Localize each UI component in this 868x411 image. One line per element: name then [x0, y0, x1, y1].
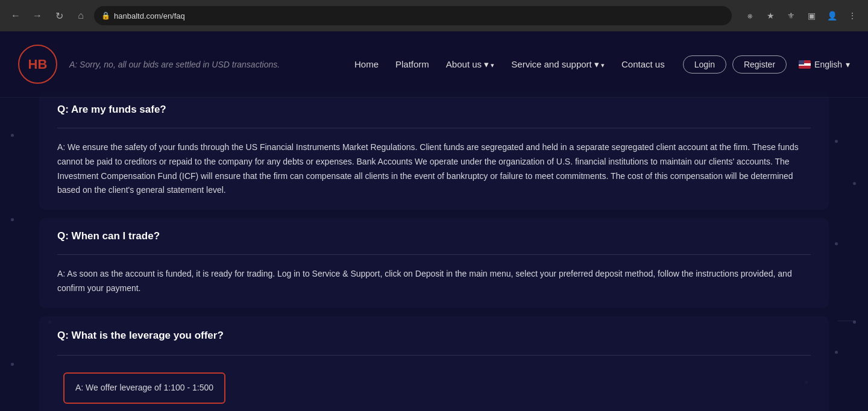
url-text: hanbaltd.com/en/faq	[114, 11, 185, 20]
nav-contact[interactable]: Contact us	[621, 59, 665, 69]
faq-question-3: Q: What is the leverage you offer?	[39, 316, 829, 355]
faq-container: Q: Are my funds safe? A: We ensure the s…	[0, 92, 868, 411]
scrolling-ticker: A: Sorry, no, all our bids are settled i…	[69, 60, 354, 69]
nav-about[interactable]: About us ▾	[446, 59, 494, 70]
faq-card-1: Q: Are my funds safe? A: We ensure the s…	[39, 92, 829, 210]
faq-card-3: Q: What is the leverage you offer? A: We…	[39, 316, 829, 411]
flag-icon	[799, 60, 811, 69]
logo-text: HB	[28, 57, 48, 72]
share-button[interactable]: ⎈	[741, 7, 758, 24]
window-button[interactable]: ▣	[803, 7, 820, 24]
navbar: HB A: Sorry, no, all our bids are settle…	[0, 31, 868, 98]
faq-answer-1: A: We ensure the safety of your funds th…	[39, 128, 829, 210]
address-bar[interactable]: 🔒 hanbaltd.com/en/faq	[94, 6, 732, 25]
faq-question-2: Q: When can I trade?	[39, 218, 829, 254]
nav-platform[interactable]: Platform	[395, 59, 429, 69]
logo[interactable]: HB	[18, 45, 57, 84]
lock-icon: 🔒	[101, 11, 110, 20]
bookmark-button[interactable]: ★	[762, 7, 779, 24]
back-button[interactable]: ←	[7, 7, 24, 24]
nav-service[interactable]: Service and support ▾	[511, 59, 605, 70]
nav-home[interactable]: Home	[354, 59, 379, 69]
browser-actions: ⎈ ★ ⚜ ▣ 👤 ⋮	[741, 7, 861, 24]
reload-button[interactable]: ↻	[51, 7, 68, 24]
more-button[interactable]: ⋮	[844, 7, 861, 24]
language-arrow: ▾	[846, 60, 850, 69]
site-wrapper: HB A: Sorry, no, all our bids are settle…	[0, 31, 868, 411]
login-button[interactable]: Login	[683, 55, 726, 74]
forward-button[interactable]: →	[29, 7, 46, 24]
nav-actions: Login Register English ▾	[683, 55, 850, 74]
home-button[interactable]: ⌂	[72, 7, 89, 24]
profile-button[interactable]: 👤	[823, 7, 840, 24]
faq-answer-3-highlighted: A: We offer leverage of 1:100 - 1:500	[63, 372, 225, 404]
register-button[interactable]: Register	[732, 55, 787, 74]
language-selector[interactable]: English ▾	[799, 60, 850, 69]
faq-card-2: Q: When can I trade? A: As soon as the a…	[39, 218, 829, 308]
browser-chrome: ← → ↻ ⌂ 🔒 hanbaltd.com/en/faq ⎈ ★ ⚜ ▣ 👤 …	[0, 0, 868, 31]
language-label: English	[814, 60, 842, 69]
nav-links: Home Platform About us ▾ Service and sup…	[354, 59, 665, 70]
extension-button[interactable]: ⚜	[782, 7, 799, 24]
faq-answer-2: A: As soon as the account is funded, it …	[39, 255, 829, 308]
